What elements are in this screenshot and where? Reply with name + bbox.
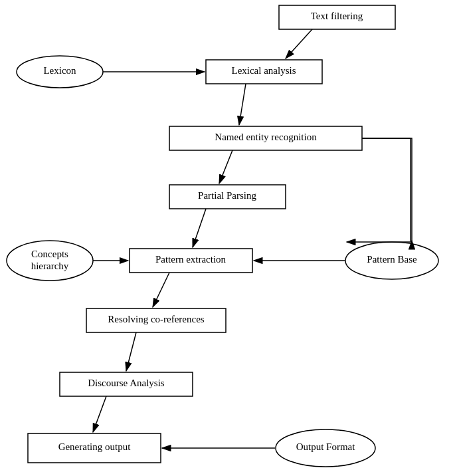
output-format-label: Output Format xyxy=(296,441,356,452)
arrow-parsing-pattern xyxy=(193,209,206,247)
resolving-coreferences-label: Resolving co-references xyxy=(108,314,205,324)
pattern-base-label: Pattern Base xyxy=(367,254,417,265)
lexical-analysis-label: Lexical analysis xyxy=(231,65,296,76)
partial-parsing-label: Partial Parsing xyxy=(198,190,256,201)
text-filtering-label: Text filtering xyxy=(311,11,363,21)
ner-label: Named entity recognition xyxy=(215,132,317,142)
arrow-pattern-resolving xyxy=(153,273,169,307)
line-patternbase-ner-right xyxy=(362,138,412,242)
arrow-ner-parsing xyxy=(219,150,232,183)
discourse-analysis-label: Discourse Analysis xyxy=(88,378,165,388)
generating-output-label: Generating output xyxy=(58,441,132,452)
arrow-textfilter-lexical xyxy=(286,29,312,59)
lexicon-label: Lexicon xyxy=(43,65,76,76)
concepts-hierarchy-line2: hierarchy xyxy=(31,261,69,271)
arrow-discourse-output xyxy=(93,396,106,432)
arrow-lexical-ner xyxy=(239,84,246,125)
concepts-hierarchy-line1: Concepts xyxy=(31,249,68,259)
line-right-side xyxy=(393,138,410,242)
arrow-resolving-discourse xyxy=(126,332,136,371)
pattern-extraction-label: Pattern extraction xyxy=(155,254,227,265)
